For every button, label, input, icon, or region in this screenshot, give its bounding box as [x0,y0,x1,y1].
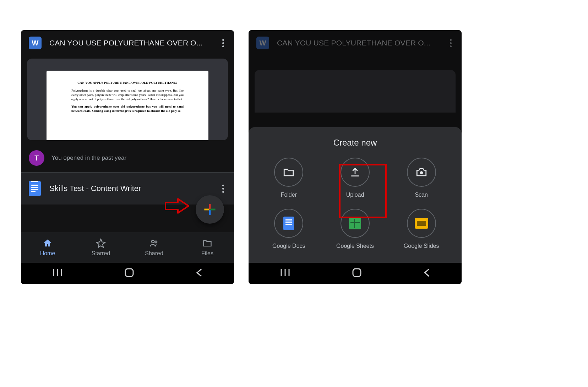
create-new-bottom-sheet: Create new Folder Upload Scan [249,127,462,263]
nav-label: Shared [145,250,163,257]
file-title: CAN YOU USE POLYURETHANE OVER O... [49,39,212,47]
create-label: Upload [346,192,364,198]
google-docs-icon [283,217,294,230]
svg-point-1 [155,241,157,243]
google-docs-file-icon [29,181,41,196]
svg-point-10 [420,171,423,174]
android-system-nav [249,263,462,284]
suggestion-reason-text: You opened in the past year [51,154,126,162]
upload-icon [349,166,361,179]
svg-rect-8 [204,209,209,211]
more-options-icon[interactable] [220,37,226,49]
home-button[interactable] [124,268,134,279]
preview-heading: CAN YOU APPLY POLYURETHANE OVER OLD POLY… [71,81,184,85]
nav-home[interactable]: Home [21,232,74,263]
create-upload[interactable]: Upload [322,158,388,198]
back-button[interactable] [195,268,203,279]
avatar: T [29,150,44,166]
preview-paragraph-bold: You can apply polyurethane over old poly… [71,104,184,113]
document-preview: CAN YOU APPLY POLYURETHANE OVER OLD POLY… [47,71,208,140]
svg-rect-7 [209,210,211,215]
create-label: Google Docs [272,243,305,249]
google-slides-icon [415,218,428,229]
home-icon [43,238,53,248]
svg-rect-9 [210,209,215,211]
svg-rect-14 [353,269,361,277]
create-google-docs[interactable]: Google Docs [256,209,322,249]
folder-icon [202,238,212,248]
preview-paragraph: Polyurethane is a durable clear coat use… [71,88,184,101]
plus-icon [204,203,216,216]
suggestion-reason-row: T You opened in the past year [21,140,234,172]
suggestion-card[interactable]: CAN YOU APPLY POLYURETHANE OVER OLD POLY… [27,59,228,140]
create-google-slides[interactable]: Google Slides [388,209,454,249]
phone-create-new-sheet: W CAN YOU USE POLYURETHANE OVER O... Cre… [249,30,462,284]
create-label: Google Sheets [336,243,374,249]
recent-apps-button[interactable] [279,268,291,278]
word-file-icon: W [29,37,42,49]
more-options-icon[interactable] [220,182,226,195]
bottom-nav: Home Starred Shared Files [21,232,234,263]
home-button[interactable] [352,268,362,279]
android-system-nav [21,263,234,284]
back-button[interactable] [423,268,431,279]
svg-point-0 [152,240,154,243]
svg-rect-6 [209,204,211,209]
nav-label: Files [201,250,213,257]
nav-label: Starred [92,250,110,257]
create-label: Google Slides [404,243,439,249]
google-sheets-icon [349,217,361,229]
create-scan[interactable]: Scan [388,158,454,198]
nav-shared[interactable]: Shared [127,232,181,263]
file-header[interactable]: W CAN YOU USE POLYURETHANE OVER O... [21,30,234,56]
nav-files[interactable]: Files [181,232,234,263]
recent-apps-button[interactable] [51,268,64,278]
create-new-fab[interactable] [196,195,224,224]
svg-rect-5 [125,269,133,277]
create-label: Folder [281,192,297,198]
create-label: Scan [415,192,428,198]
camera-icon [415,166,428,179]
create-folder[interactable]: Folder [256,158,322,198]
file-title-2: Skills Test - Content Writer [49,184,212,193]
sheet-title: Create new [256,138,454,148]
nav-label: Home [40,250,55,257]
folder-icon [282,166,295,179]
create-google-sheets[interactable]: Google Sheets [322,209,388,249]
star-icon [96,238,106,248]
nav-starred[interactable]: Starred [74,232,127,263]
people-icon [149,238,159,248]
phone-drive-home: W CAN YOU USE POLYURETHANE OVER O... CAN… [21,30,234,284]
